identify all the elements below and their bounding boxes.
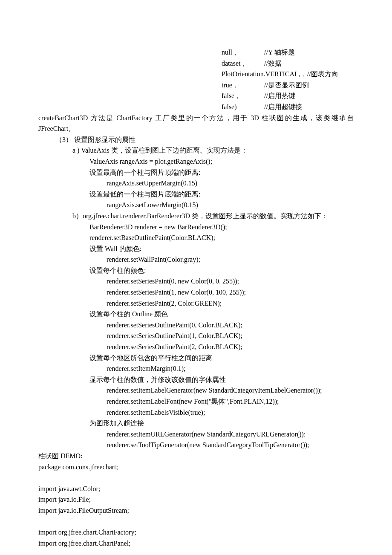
- code-line: renderer.setItemLabelFont(new Font("黑体",…: [38, 396, 354, 407]
- code-line: ValueAxis rangeAxis = plot.getRangeAxis(…: [38, 156, 354, 167]
- param-row: true，//是否显示图例: [38, 80, 354, 91]
- code-line: renderer.setSeriesOutlinePaint(1, Color.…: [38, 330, 354, 341]
- code-line: import org.jfree.chart.ChartFactory;: [38, 527, 354, 538]
- param-arg: false): [222, 101, 264, 113]
- code-line: renderer.setBaseOutlinePaint(Color.BLACK…: [38, 232, 354, 243]
- demo-code-block: package com.cons.jfreechart; import java…: [38, 462, 354, 549]
- code-line: import java.awt.Color;: [38, 483, 354, 494]
- document-page: null，//Y 轴标题dataset，//数据PlotOrientation.…: [0, 0, 392, 555]
- code-line: 设置最高的一个柱与图片顶端的距离:: [38, 167, 354, 178]
- code-line: [38, 472, 354, 483]
- block-heading: 显示每个柱的数值，并修改该数值的字体属性: [38, 374, 354, 385]
- subsection-a-title: a ) ValueAxis 类，设置柱到图上下边的距离。实现方法是：: [38, 145, 354, 156]
- subsection-b-title: b）org.jfree.chart.renderer.BarRenderer3D…: [38, 211, 354, 222]
- code-line: import java.io.FileOutputStream;: [38, 505, 354, 516]
- code-line: renderer.setItemLabelGenerator(new Stand…: [38, 385, 354, 396]
- code-line: renderer.setItemURLGenerator(new Standar…: [38, 429, 354, 440]
- code-line: renderer.setSeriesOutlinePaint(2, Color.…: [38, 341, 354, 353]
- block-heading: 设置每个柱的颜色:: [38, 265, 354, 276]
- section-3-title: （3） 设置图形显示的属性: [38, 134, 354, 145]
- param-comment: //数据: [264, 58, 282, 69]
- param-arg: dataset，: [222, 58, 264, 69]
- code-line: renderer.setSeriesPaint(1, new Color(0, …: [38, 287, 354, 298]
- code-line: import java.io.File;: [38, 494, 354, 505]
- code-line: renderer.setItemLabelsVisible(true);: [38, 407, 354, 418]
- param-arg: null，: [222, 47, 264, 58]
- param-comment: //图表方向: [307, 69, 338, 80]
- code-line: BarRenderer3D renderer = new BarRenderer…: [38, 222, 354, 233]
- code-line: renderer.setSeriesPaint(0, new Color(0, …: [38, 276, 354, 287]
- code-line: renderer.setToolTipGenerator(new Standar…: [38, 439, 354, 451]
- code-line: renderer.setSeriesOutlinePaint(0, Color.…: [38, 320, 354, 331]
- factory-params-block: null，//Y 轴标题dataset，//数据PlotOrientation.…: [38, 47, 354, 113]
- param-comment: //Y 轴标题: [264, 47, 295, 58]
- param-arg: false，: [222, 90, 264, 101]
- param-arg: PlotOrientation.VERTICAL,，: [222, 69, 307, 80]
- block-heading: 设置每个地区所包含的平行柱之间的距离: [38, 353, 354, 364]
- param-row: PlotOrientation.VERTICAL,，//图表方向: [38, 69, 354, 80]
- param-row: false)//启用超键接: [38, 101, 354, 113]
- block-heading: 为图形加入超连接: [38, 418, 354, 429]
- method-description: createBarChart3D 方法是 ChartFactory 工厂类里的一…: [38, 113, 354, 134]
- block-heading: 设置 Wall 的颜色:: [38, 243, 354, 254]
- subsection-b-body: BarRenderer3D renderer = new BarRenderer…: [38, 222, 354, 451]
- subsection-a-body: ValueAxis rangeAxis = plot.getRangeAxis(…: [38, 156, 354, 211]
- code-line: renderer.setItemMargin(0.1);: [38, 363, 354, 374]
- code-line: rangeAxis.setLowerMargin(0.15): [38, 199, 354, 211]
- demo-title: 柱状图 DEMO:: [38, 451, 354, 462]
- code-line: renderer.setWallPaint(Color.gray);: [38, 254, 354, 265]
- code-line: renderer.setSeriesPaint(2, Color.GREEN);: [38, 298, 354, 309]
- param-row: false，//启用热键: [38, 90, 354, 101]
- code-line: [38, 516, 354, 527]
- block-heading: 设置每个柱的 Outline 颜色: [38, 309, 354, 320]
- param-comment: //是否显示图例: [264, 80, 309, 91]
- code-line: import org.jfree.chart.ChartPanel;: [38, 538, 354, 549]
- param-comment: //启用超键接: [264, 101, 302, 113]
- param-arg: true，: [222, 80, 264, 91]
- code-line: 设置最低的一个柱与图片底端的距离:: [38, 189, 354, 200]
- code-line: package com.cons.jfreechart;: [38, 462, 354, 473]
- param-row: dataset，//数据: [38, 58, 354, 69]
- param-comment: //启用热键: [264, 90, 295, 101]
- code-line: rangeAxis.setUpperMargin(0.15): [38, 178, 354, 189]
- param-row: null，//Y 轴标题: [38, 47, 354, 58]
